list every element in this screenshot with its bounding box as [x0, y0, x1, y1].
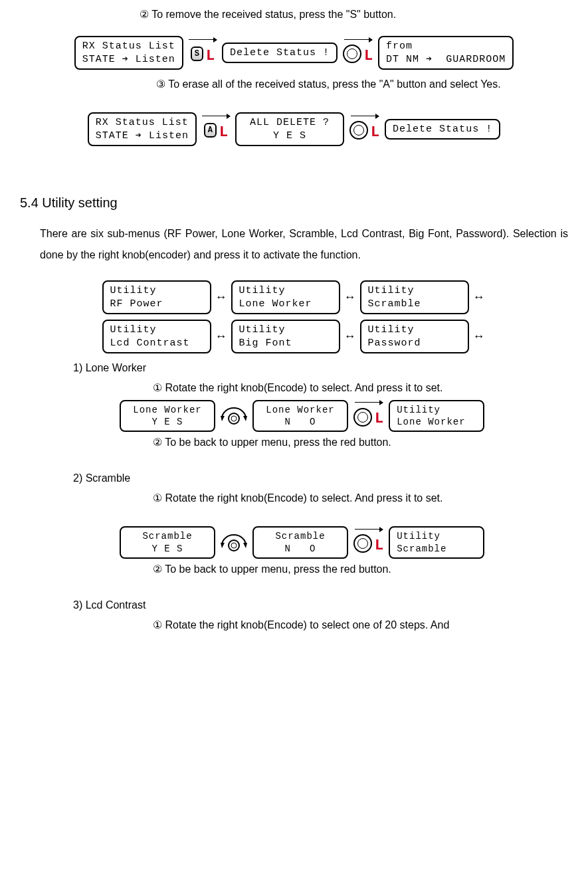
step-3-content: ③ To erase all of the received status, p…: [156, 78, 501, 90]
lcd-line2: Y E S: [128, 543, 207, 555]
lcd-line1: Lone Worker: [260, 404, 340, 416]
lcd-line2: Lone Worker: [239, 298, 332, 311]
svg-point-3: [231, 416, 237, 421]
svg-marker-1: [243, 416, 247, 421]
lcd-line2: Scramble: [397, 543, 476, 555]
step-3-text: ③ To erase all of the received status, p…: [156, 76, 568, 92]
lcd-loneworker-yes: Lone Worker Y E S: [120, 400, 215, 432]
double-arrow-icon: ↔: [472, 328, 486, 345]
step-2-text: ② To remove the received status, press t…: [140, 7, 568, 23]
knob-icon: [353, 408, 372, 427]
lcd-line2: Y E S: [243, 130, 336, 143]
lcd-line2: Y E S: [128, 416, 207, 428]
transition-s-button: S L: [189, 39, 217, 67]
transition-knob: L: [343, 39, 373, 67]
lcd-line2: DT NM ➔ GUARDROOM: [386, 53, 506, 66]
double-arrow-icon: ↔: [343, 328, 357, 345]
svg-marker-5: [243, 543, 247, 548]
utility-menu-grid: Utility RF Power ↔ Utility Lone Worker ↔…: [20, 280, 568, 353]
right-arrow-icon: [355, 402, 383, 403]
step-2-content: ② To remove the received status, press t…: [140, 9, 396, 20]
red-l-icon: L: [364, 45, 373, 67]
double-arrow-icon: ↔: [214, 328, 229, 345]
item-3-step-1: ① Rotate the right knob(Encode) to selec…: [153, 617, 568, 633]
lcd-line1: Utility: [368, 284, 461, 298]
lcd-line2: Lone Worker: [397, 416, 476, 428]
lcd-line2: RF Power: [110, 298, 203, 311]
lcd-line1: Utility: [110, 284, 203, 298]
section-heading-text: 5.4 Utility setting: [20, 195, 118, 210]
transition-knob-back: L: [353, 529, 383, 557]
lcd-line1: Scramble: [128, 530, 207, 542]
lcd-line1: ALL DELETE ?: [243, 116, 336, 130]
rotate-knob-icon: [221, 407, 247, 425]
lcd-line2: N O: [260, 416, 340, 428]
item-2-step-1-text: ① Rotate the right knob(Encode) to selec…: [153, 492, 442, 504]
lcd-delete-status: Delete Status !: [222, 43, 338, 64]
section-intro: There are six sub-menus (RF Power, Lone …: [40, 223, 568, 266]
lcd-line2: Scramble: [368, 298, 461, 311]
right-arrow-icon: [344, 39, 372, 40]
lcd-line1: from: [386, 40, 506, 53]
lcd-from-guardroom: from DT NM ➔ GUARDROOM: [378, 36, 514, 70]
lcd-line1: RX Status List: [96, 116, 189, 130]
a-button-icon: A: [204, 123, 217, 138]
item-1-step-2-text: ② To be back to upper menu, press the re…: [153, 437, 391, 448]
item-3-heading-text: 3) Lcd Contrast: [73, 599, 146, 611]
lcd-loneworker-no: Lone Worker N O: [252, 400, 348, 432]
lcd-scramble-no: Scramble N O: [252, 526, 348, 558]
right-arrow-icon: [189, 39, 217, 40]
utility-row-1: Utility RF Power ↔ Utility Lone Worker ↔…: [102, 280, 486, 314]
lcd-utility-loneworker-small: Utility Lone Worker: [389, 400, 484, 432]
item-1-heading-text: 1) Lone Worker: [73, 362, 146, 373]
svg-marker-4: [221, 543, 225, 548]
lcd-utility-rfpower: Utility RF Power: [102, 280, 211, 314]
figure-row-loneworker: Lone Worker Y E S Lone Worker N O L U: [120, 400, 568, 432]
lcd-line1: Utility: [239, 324, 332, 337]
lcd-line1: Utility: [110, 324, 203, 337]
transition-knob: L: [349, 116, 379, 144]
item-2-step-2: ② To be back to upper menu, press the re…: [153, 561, 568, 577]
s-button-icon: S: [191, 47, 203, 61]
lcd-line2: N O: [260, 543, 340, 555]
item-1-step-1: ① Rotate the right knob(Encode) to selec…: [153, 380, 568, 396]
figure-row-remove-status: RX Status List STATE ➔ Listen S L Delete…: [20, 36, 568, 70]
lcd-line1: Lone Worker: [128, 404, 207, 416]
figure-row-erase-all: RX Status List STATE ➔ Listen A L ALL DE…: [20, 112, 568, 146]
item-3-step-1-text: ① Rotate the right knob(Encode) to selec…: [153, 619, 449, 631]
transition-a-button: A L: [202, 116, 230, 144]
lcd-line1: Delete Status !: [393, 123, 492, 136]
utility-row-2: Utility Lcd Contrast ↔ Utility Big Font …: [102, 320, 486, 353]
red-l-icon: L: [375, 535, 383, 557]
lcd-line1: Utility: [397, 404, 476, 416]
lcd-scramble-yes: Scramble Y E S: [120, 526, 215, 558]
knob-icon: [349, 121, 368, 140]
lcd-line2: Password: [368, 337, 461, 350]
lcd-line1: Utility: [239, 284, 332, 298]
lcd-utility-scramble-small: Utility Scramble: [389, 526, 484, 558]
double-arrow-icon: ↔: [472, 288, 486, 306]
item-2-step-2-text: ② To be back to upper menu, press the re…: [153, 563, 391, 575]
item-1-step-1-text: ① Rotate the right knob(Encode) to selec…: [153, 382, 442, 393]
lcd-rx-status-list: RX Status List STATE ➔ Listen: [74, 36, 183, 70]
lcd-utility-contrast: Utility Lcd Contrast: [102, 320, 211, 353]
lcd-line1: Delete Status !: [230, 47, 330, 60]
item-1-step-2: ② To be back to upper menu, press the re…: [153, 435, 568, 450]
svg-marker-0: [221, 416, 225, 421]
svg-point-7: [231, 543, 237, 548]
item-1-heading: 1) Lone Worker: [73, 360, 568, 376]
red-l-icon: L: [219, 122, 228, 144]
lcd-line2: Lcd Contrast: [110, 337, 203, 350]
lcd-delete-status: Delete Status !: [385, 119, 500, 140]
lcd-line1: Scramble: [260, 530, 340, 542]
lcd-utility-bigfont: Utility Big Font: [231, 320, 340, 353]
figure-row-scramble: Scramble Y E S Scramble N O L Utility: [120, 526, 568, 558]
double-arrow-icon: ↔: [343, 288, 357, 306]
lcd-line2: STATE ➔ Listen: [82, 53, 175, 66]
section-intro-text: There are six sub-menus (RF Power, Lone …: [40, 228, 568, 260]
lcd-line1: RX Status List: [82, 40, 175, 53]
item-2-step-1: ① Rotate the right knob(Encode) to selec…: [153, 490, 568, 506]
double-arrow-icon: ↔: [214, 288, 229, 306]
right-arrow-icon: [351, 116, 379, 116]
item-2-heading-text: 2) Scramble: [73, 472, 130, 484]
